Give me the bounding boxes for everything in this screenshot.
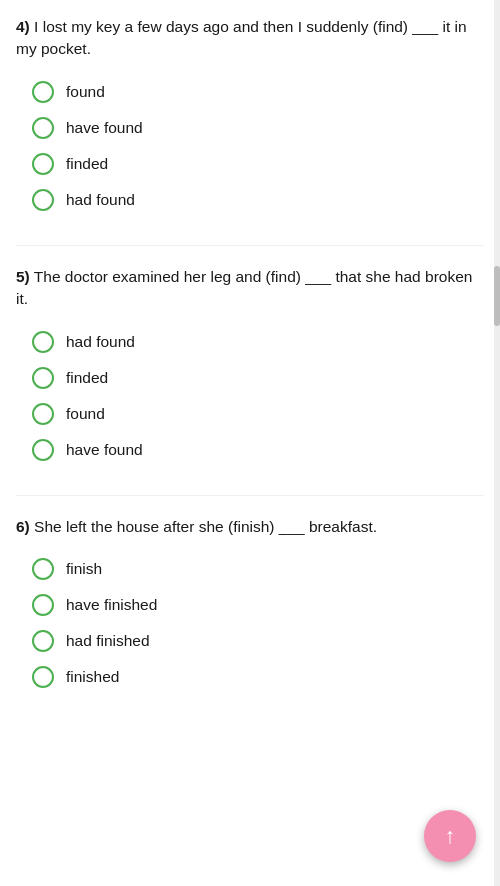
option-label-q4-had-found: had found — [66, 191, 135, 209]
option-q5-have-found[interactable]: have found — [16, 433, 484, 467]
option-label-q4-found: found — [66, 83, 105, 101]
question-6-body: She left the house after she (finish) __… — [34, 518, 377, 535]
question-5-text: 5) The doctor examined her leg and (find… — [16, 266, 484, 311]
option-q4-found[interactable]: found — [16, 75, 484, 109]
radio-q4-finded[interactable] — [32, 153, 54, 175]
option-label-q6-have-finished: have finished — [66, 596, 157, 614]
radio-q5-finded[interactable] — [32, 367, 54, 389]
option-label-q5-had-found: had found — [66, 333, 135, 351]
fab-arrow-icon: ↑ — [445, 825, 456, 847]
option-q6-have-finished[interactable]: have finished — [16, 588, 484, 622]
radio-q4-have-found[interactable] — [32, 117, 54, 139]
question-6-text: 6) She left the house after she (finish)… — [16, 516, 484, 538]
radio-q4-had-found[interactable] — [32, 189, 54, 211]
option-q6-finished[interactable]: finished — [16, 660, 484, 694]
radio-q6-finished[interactable] — [32, 666, 54, 688]
radio-q5-have-found[interactable] — [32, 439, 54, 461]
option-q6-finish[interactable]: finish — [16, 552, 484, 586]
option-q5-had-found[interactable]: had found — [16, 325, 484, 359]
radio-q5-found[interactable] — [32, 403, 54, 425]
option-label-q6-finished: finished — [66, 668, 119, 686]
option-label-q4-have-found: have found — [66, 119, 143, 137]
question-4-text: 4) I lost my key a few days ago and then… — [16, 16, 484, 61]
option-q4-finded[interactable]: finded — [16, 147, 484, 181]
question-5-number: 5) — [16, 268, 30, 285]
question-5: 5) The doctor examined her leg and (find… — [16, 266, 484, 467]
question-6-number: 6) — [16, 518, 30, 535]
divider-2 — [16, 495, 484, 496]
option-q4-have-found[interactable]: have found — [16, 111, 484, 145]
question-6: 6) She left the house after she (finish)… — [16, 516, 484, 694]
scrollbar-thumb[interactable] — [494, 266, 500, 326]
radio-q6-had-finished[interactable] — [32, 630, 54, 652]
question-4-number: 4) — [16, 18, 30, 35]
option-label-q5-found: found — [66, 405, 105, 423]
option-label-q4-finded: finded — [66, 155, 108, 173]
option-q5-found[interactable]: found — [16, 397, 484, 431]
option-q4-had-found[interactable]: had found — [16, 183, 484, 217]
radio-q5-had-found[interactable] — [32, 331, 54, 353]
question-4: 4) I lost my key a few days ago and then… — [16, 16, 484, 217]
option-q6-had-finished[interactable]: had finished — [16, 624, 484, 658]
option-label-q5-have-found: have found — [66, 441, 143, 459]
option-label-q6-had-finished: had finished — [66, 632, 150, 650]
scrollbar-track — [494, 0, 500, 886]
radio-q4-found[interactable] — [32, 81, 54, 103]
question-4-body: I lost my key a few days ago and then I … — [16, 18, 467, 57]
radio-q6-finish[interactable] — [32, 558, 54, 580]
radio-q6-have-finished[interactable] — [32, 594, 54, 616]
option-label-q6-finish: finish — [66, 560, 102, 578]
option-q5-finded[interactable]: finded — [16, 361, 484, 395]
option-label-q5-finded: finded — [66, 369, 108, 387]
question-5-body: The doctor examined her leg and (find) _… — [16, 268, 472, 307]
page-container: 4) I lost my key a few days ago and then… — [0, 0, 500, 802]
divider-1 — [16, 245, 484, 246]
fab-scroll-up-button[interactable]: ↑ — [424, 810, 476, 862]
